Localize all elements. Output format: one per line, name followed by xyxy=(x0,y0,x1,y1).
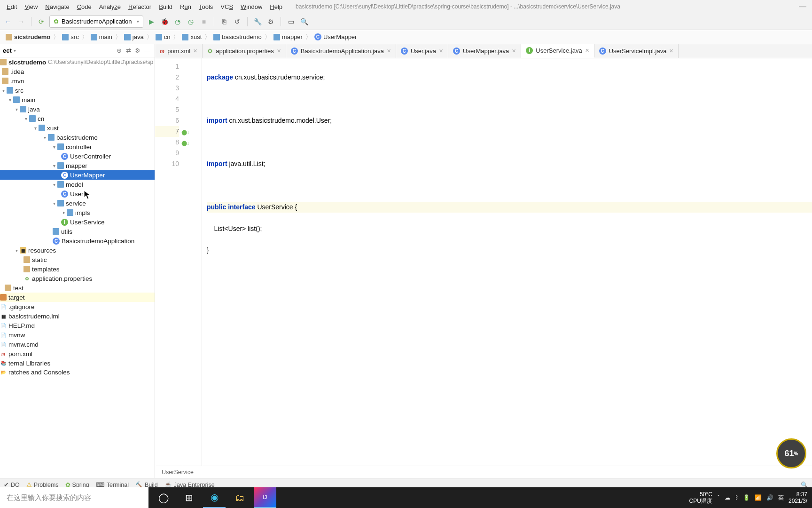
menu-vcs[interactable]: VCS xyxy=(217,2,237,11)
tree-mvnw[interactable]: 📄mvnw xyxy=(0,330,155,340)
edge-icon[interactable]: ◉ xyxy=(203,487,226,508)
tree-mapper[interactable]: ▾mapper xyxy=(0,161,155,170)
tree-templates[interactable]: templates xyxy=(0,264,155,274)
menu-help[interactable]: Help xyxy=(266,2,286,11)
tree-target[interactable]: target xyxy=(0,293,155,302)
tab-pom[interactable]: mpom.xml✕ xyxy=(155,44,203,58)
tree-cn[interactable]: ▾cn xyxy=(0,114,155,123)
debug-icon[interactable]: 🐞 xyxy=(159,16,170,27)
cpu-temp-widget[interactable]: 50°C CPU温度 xyxy=(689,491,712,504)
attach-icon[interactable]: ⎘ xyxy=(219,16,229,27)
intellij-icon[interactable]: IJ xyxy=(254,487,276,508)
tree-impls[interactable]: ▾impls xyxy=(0,208,155,217)
tab-appprops[interactable]: ⚙application.properties✕ xyxy=(203,44,286,58)
tree-usermapper[interactable]: CUserMapper xyxy=(0,170,155,180)
battery-icon[interactable]: 🔋 xyxy=(743,494,750,501)
cortana-icon[interactable]: ◯ xyxy=(152,487,175,508)
breadcrumb-src[interactable]: src xyxy=(60,33,80,40)
tab-usermapper[interactable]: CUserMapper.java✕ xyxy=(448,44,521,58)
tree-main[interactable]: ▾main xyxy=(0,95,155,104)
select-opened-file-icon[interactable]: ⊕ xyxy=(114,47,124,54)
tree-iml[interactable]: ▦basicstrudemo.iml xyxy=(0,311,155,321)
explorer-icon[interactable]: 🗂 xyxy=(228,487,251,508)
breadcrumb-usermapper[interactable]: CUserMapper xyxy=(312,33,359,40)
tab-basicapp[interactable]: CBasicstrudemoApplication.java✕ xyxy=(286,44,396,58)
breadcrumb-cn[interactable]: cn xyxy=(154,33,172,40)
menu-view[interactable]: View xyxy=(21,2,41,11)
menu-code[interactable]: Code xyxy=(73,2,95,11)
menu-build[interactable]: Build xyxy=(155,2,176,11)
system-tray[interactable]: 50°C CPU温度 ˄ ☁ ᛒ 🔋 📶 🔊 英 8:37 2021/3/ xyxy=(685,491,812,504)
code-editor[interactable]: package cn.xust.basicstrudemo.service; i… xyxy=(202,58,812,466)
presentation-icon[interactable]: ▭ xyxy=(286,16,296,27)
settings-icon[interactable]: ⚙ xyxy=(265,16,276,27)
breadcrumb-mapper[interactable]: mapper xyxy=(272,33,304,40)
nav-back-icon[interactable]: ← xyxy=(3,16,13,27)
breadcrumb-xust[interactable]: xust xyxy=(180,33,203,40)
reload-changes-icon[interactable]: ⟳ xyxy=(36,16,47,27)
tree-help[interactable]: 📄HELP.md xyxy=(0,321,155,330)
chevron-down-icon[interactable]: ▾ xyxy=(14,48,16,53)
breadcrumb-main[interactable]: main xyxy=(89,33,114,40)
tree-mvnwcmd[interactable]: 📄mvnw.cmd xyxy=(0,340,155,349)
tree-controller[interactable]: ▾controller xyxy=(0,142,155,151)
clock-widget[interactable]: 8:37 2021/3/ xyxy=(789,491,807,504)
bluetooth-icon[interactable]: ᛒ xyxy=(735,494,738,501)
tree-resources[interactable]: ▾▦resources xyxy=(0,246,155,255)
menu-analyze[interactable]: Analyze xyxy=(95,2,125,11)
line-number-gutter[interactable]: 123456 7⬤↓ 8⬤↓ 910 xyxy=(155,58,183,466)
tree-pom[interactable]: mpom.xml xyxy=(0,349,155,358)
tree-static[interactable]: static xyxy=(0,255,155,264)
onedrive-icon[interactable]: ☁ xyxy=(725,494,730,501)
tree-appprops[interactable]: ⚙application.properties xyxy=(0,274,155,283)
search-everywhere-icon[interactable]: 🔍 xyxy=(299,16,309,27)
tree-model[interactable]: ▾model xyxy=(0,180,155,189)
cpu-overlay-widget[interactable]: 61% xyxy=(776,438,806,468)
tree-userservice[interactable]: IUserService xyxy=(0,217,155,227)
volume-icon[interactable]: 🔊 xyxy=(766,494,773,501)
menu-edit[interactable]: Edit xyxy=(3,2,21,11)
implementors-icon[interactable]: ⬤↓ xyxy=(181,127,190,138)
menu-run[interactable]: Run xyxy=(176,2,195,11)
tree-utils[interactable]: utils xyxy=(0,227,155,236)
windows-search-box[interactable]: 在这里输入你要搜索的内容 xyxy=(0,487,148,508)
tab-userservice[interactable]: IUserService.java✕ xyxy=(521,44,594,58)
breadcrumb-root[interactable]: sicstrudemo xyxy=(4,33,52,40)
nav-forward-icon[interactable]: → xyxy=(16,16,26,27)
tree-scratch[interactable]: 📂ratches and Consoles xyxy=(0,368,92,377)
close-icon[interactable]: ✕ xyxy=(512,48,516,54)
project-tree[interactable]: sicstrudemo C:\Users\sunyi\Desktop\Littl… xyxy=(0,57,155,478)
tree-service[interactable]: ▾service xyxy=(0,198,155,208)
tab-user[interactable]: CUser.java✕ xyxy=(396,44,448,58)
tree-basic[interactable]: ▾basicstrudemo xyxy=(0,133,155,142)
stop-icon[interactable]: ■ xyxy=(199,16,209,27)
wifi-icon[interactable]: 📶 xyxy=(755,494,762,501)
ime-indicator[interactable]: 英 xyxy=(778,494,784,502)
tree-test[interactable]: test xyxy=(0,283,155,293)
profile-icon[interactable]: ◷ xyxy=(186,16,196,27)
tree-user[interactable]: CUser xyxy=(0,189,155,198)
update-icon[interactable]: ↺ xyxy=(232,16,242,27)
breadcrumb-java[interactable]: java xyxy=(122,33,146,40)
menu-tools[interactable]: Tools xyxy=(195,2,217,11)
tree-gitignore[interactable]: 📄.gitignore xyxy=(0,302,155,311)
editor-structure-breadcrumb[interactable]: UserService xyxy=(155,466,812,478)
breadcrumb-basic[interactable]: basicstrudemo xyxy=(211,33,264,40)
task-view-icon[interactable]: ⊞ xyxy=(178,487,200,508)
run-icon[interactable]: ▶ xyxy=(146,16,156,27)
project-structure-icon[interactable]: 🔧 xyxy=(252,16,263,27)
close-icon[interactable]: ✕ xyxy=(669,48,673,54)
hide-icon[interactable]: — xyxy=(142,47,152,54)
tree-extlib[interactable]: 📚ternal Libraries xyxy=(0,358,155,368)
close-icon[interactable]: ✕ xyxy=(585,48,589,54)
tray-up-icon[interactable]: ˄ xyxy=(717,494,720,501)
close-icon[interactable]: ✕ xyxy=(193,48,197,54)
menu-navigate[interactable]: Navigate xyxy=(41,2,73,11)
gear-icon[interactable]: ⚙ xyxy=(133,47,142,54)
tree-root[interactable]: sicstrudemo C:\Users\sunyi\Desktop\Littl… xyxy=(0,57,155,67)
tree-mvn[interactable]: .mvn xyxy=(0,76,155,86)
tree-idea[interactable]: .idea xyxy=(0,67,155,76)
minimize-icon[interactable]: — xyxy=(799,2,806,11)
close-icon[interactable]: ✕ xyxy=(387,48,391,54)
expand-all-icon[interactable]: ⇄ xyxy=(124,47,133,54)
